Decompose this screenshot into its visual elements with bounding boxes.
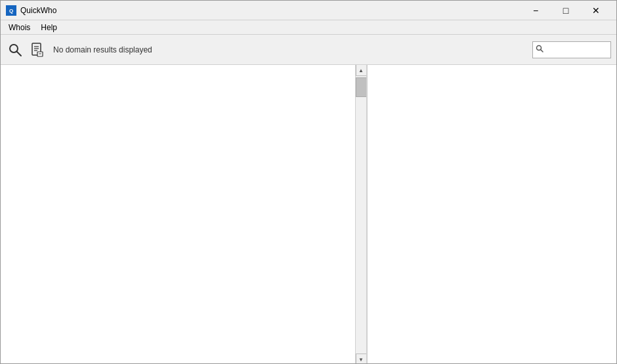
left-content (1, 65, 355, 364)
maximize-button[interactable]: □ (551, 1, 581, 20)
minimize-button[interactable]: − (521, 1, 551, 20)
menu-item-whois[interactable]: Whois (3, 22, 35, 33)
toolbar: No domain results displayed (1, 35, 616, 65)
menu-item-help[interactable]: Help (35, 22, 62, 33)
title-left: Q QuickWho (6, 5, 56, 16)
close-button[interactable]: ✕ (581, 1, 611, 20)
scroll-up-button[interactable]: ▲ (356, 65, 367, 76)
main-content: ▲ ▼ (1, 65, 616, 364)
search-input[interactable] (545, 45, 608, 54)
search-box[interactable] (532, 41, 611, 58)
title-bar: Q QuickWho − □ ✕ (1, 1, 616, 20)
title-text: QuickWho (20, 6, 56, 15)
status-text: No domain results displayed (53, 45, 528, 54)
search-icon (536, 45, 543, 54)
svg-text:Q: Q (9, 8, 13, 14)
scrollbar-track: ▲ ▼ (355, 65, 366, 364)
page-tool-icon[interactable] (28, 41, 47, 59)
app-icon: Q (6, 5, 16, 16)
left-pane: ▲ ▼ (1, 65, 367, 364)
svg-line-11 (541, 50, 543, 52)
search-tool-icon[interactable] (6, 41, 24, 59)
svg-line-3 (17, 51, 22, 56)
menu-bar: Whois Help (1, 20, 616, 35)
right-pane (367, 65, 616, 364)
scroll-thumb[interactable] (356, 77, 367, 97)
scroll-down-button[interactable]: ▼ (356, 354, 367, 364)
window-controls: − □ ✕ (521, 1, 611, 20)
